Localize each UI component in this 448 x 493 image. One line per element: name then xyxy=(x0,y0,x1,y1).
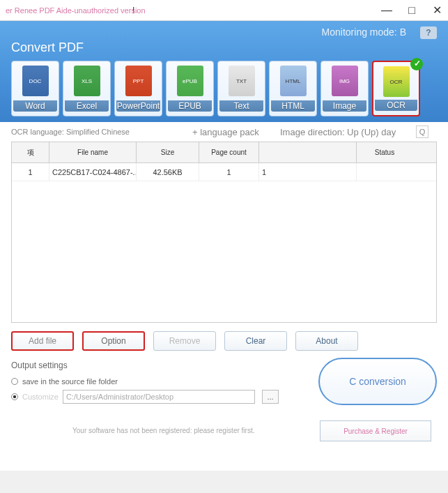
format-label: EPUB xyxy=(168,100,212,112)
format-row: DOCWord XLSExcel PPTPowerPoint ePUBEPUB … xyxy=(11,61,437,116)
add-file-button[interactable]: Add file xyxy=(11,331,74,351)
app-title: er Renee PDF Aide-unauthorized version xyxy=(6,6,146,15)
format-ocr[interactable]: OCROCR xyxy=(372,61,420,116)
about-button[interactable]: About xyxy=(295,331,358,351)
close-button[interactable]: ✕ xyxy=(431,5,442,16)
html-icon: HTML xyxy=(280,66,307,96)
language-pack-button[interactable]: + language pack xyxy=(192,127,259,137)
radio-label: save in the source file folder xyxy=(22,377,118,386)
monitor-mode: Monitoring mode: B xyxy=(322,26,406,38)
format-epub[interactable]: ePUBEPUB xyxy=(166,61,214,116)
th-blank xyxy=(259,142,357,162)
output-path-input[interactable] xyxy=(63,390,255,404)
format-text[interactable]: TXTText xyxy=(217,61,265,116)
format-word[interactable]: DOCWord xyxy=(11,61,59,116)
ocr-icon: OCR xyxy=(383,66,410,97)
th-index: 项 xyxy=(12,142,49,162)
format-html[interactable]: HTMLHTML xyxy=(269,61,317,116)
image-direction-label: Image direction: Up (Up) day xyxy=(280,127,396,137)
format-label: OCR xyxy=(375,100,417,111)
doc-icon: DOC xyxy=(22,66,49,96)
radio-icon xyxy=(11,393,18,400)
format-label: Text xyxy=(219,100,263,112)
maximize-button[interactable]: □ xyxy=(406,5,417,16)
footer: Your software has not been registered: p… xyxy=(11,420,437,441)
th-size: Size xyxy=(137,142,199,162)
format-image[interactable]: IMGImage xyxy=(320,61,369,116)
format-excel[interactable]: XLSExcel xyxy=(63,61,111,116)
format-label: Excel xyxy=(65,100,109,112)
th-status: Status xyxy=(357,142,412,162)
format-label: HTML xyxy=(271,100,315,112)
epub-icon: ePUB xyxy=(177,66,203,96)
register-button[interactable]: Purchase & Register xyxy=(320,420,431,441)
minimize-button[interactable]: — xyxy=(381,5,392,16)
td-status xyxy=(357,163,412,181)
ocr-bar: OCR language: Simplified Chinese + langu… xyxy=(11,128,437,136)
page-title: Convert PDF xyxy=(11,40,437,55)
txt-icon: TXT xyxy=(229,66,255,96)
content: OCR language: Simplified Chinese + langu… xyxy=(0,122,448,471)
button-row: Add file Option Remove Clear About xyxy=(11,331,437,351)
register-message: Your software has not been registered: p… xyxy=(72,427,254,435)
file-table: 项 File name Size Page count Status 1 C22… xyxy=(11,142,437,323)
td-filename: C225CB17-C024-4867-... xyxy=(49,163,137,181)
format-powerpoint[interactable]: PPTPowerPoint xyxy=(114,61,162,116)
format-label: PowerPoint xyxy=(116,100,160,112)
ppt-icon: PPT xyxy=(125,66,152,96)
table-header: 项 File name Size Page count Status xyxy=(12,142,436,163)
td-col5: 1 xyxy=(259,163,357,181)
td-pagecount: 1 xyxy=(199,163,259,181)
img-icon: IMG xyxy=(332,66,358,96)
radio-label: Customize xyxy=(22,393,59,401)
output-settings: Output settings save in the source file … xyxy=(11,361,437,404)
table-row[interactable]: 1 C225CB17-C024-4867-... 42.56KB 1 1 xyxy=(12,163,436,181)
xls-icon: XLS xyxy=(74,66,100,96)
th-pagecount: Page count xyxy=(199,142,259,162)
direction-help-icon[interactable]: Q xyxy=(416,126,428,138)
th-filename: File name xyxy=(49,142,137,162)
format-label: Image xyxy=(323,100,366,112)
format-label: Word xyxy=(13,100,57,112)
td-size: 42.56KB xyxy=(137,163,199,181)
option-button[interactable]: Option xyxy=(82,331,145,351)
title-mark: ! xyxy=(132,6,134,15)
convert-button[interactable]: C conversion xyxy=(318,358,437,405)
help-icon[interactable]: ? xyxy=(420,26,437,39)
radio-icon xyxy=(11,378,18,385)
header: Monitoring mode: B ? Convert PDF DOCWord… xyxy=(0,21,448,122)
remove-button[interactable]: Remove xyxy=(153,331,216,351)
clear-button[interactable]: Clear xyxy=(224,331,287,351)
ocr-language-label: OCR language: Simplified Chinese xyxy=(11,128,130,136)
browse-button[interactable]: ... xyxy=(262,390,279,404)
td-index: 1 xyxy=(12,163,49,181)
title-bar: er Renee PDF Aide-unauthorized version !… xyxy=(0,0,448,21)
